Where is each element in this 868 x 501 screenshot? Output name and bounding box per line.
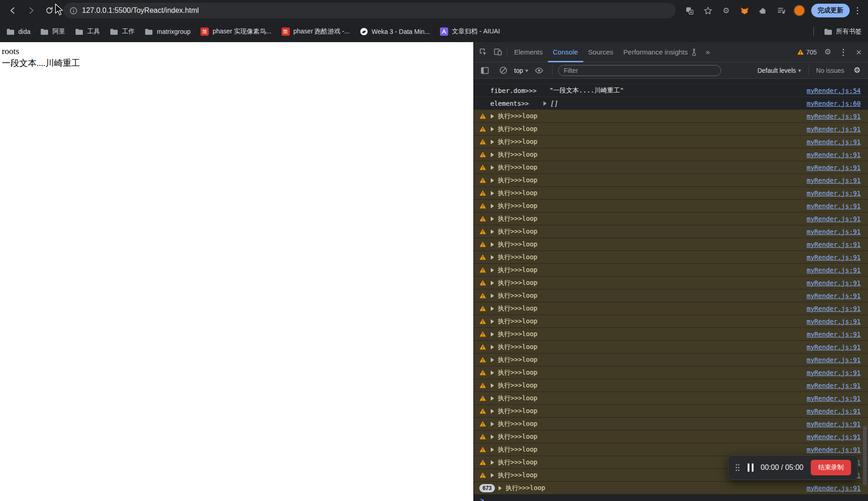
console-scrollbar-thumb[interactable] — [863, 426, 867, 485]
expand-caret-icon[interactable] — [491, 396, 494, 401]
console-output[interactable]: fiber.dom>>> "一段文本....川崎重工" myRender.js:… — [474, 79, 868, 501]
source-link[interactable]: myRender.js:91 — [801, 292, 861, 300]
console-warning-row[interactable]: 执行>>>loopmyRender.js:91 — [474, 366, 868, 379]
console-warning-row[interactable]: 执行>>>loopmyRender.js:91 — [474, 328, 868, 341]
source-link[interactable]: myRender.js:91 — [801, 305, 861, 312]
source-link[interactable]: myRender.js:91 — [801, 369, 861, 376]
source-link[interactable]: myRender.js:91 — [801, 356, 861, 364]
bookmark-folder-ali[interactable]: 阿里 — [40, 27, 65, 36]
expand-caret-icon[interactable] — [491, 178, 494, 183]
extension-gear-icon[interactable] — [718, 2, 734, 19]
inspect-element-icon[interactable] — [476, 45, 490, 60]
source-link[interactable]: myRender.js:91 — [801, 228, 861, 235]
source-link[interactable]: myRender.js:91 — [801, 433, 861, 441]
bookmark-aiuai[interactable]: 文章归档 - AIUAI — [440, 27, 500, 36]
source-link[interactable]: myRender.js:91 — [801, 125, 861, 133]
expand-caret-icon[interactable] — [491, 447, 494, 452]
site-info-icon[interactable] — [70, 7, 77, 15]
expand-caret-icon[interactable] — [491, 358, 494, 362]
media-controls-icon[interactable] — [773, 2, 789, 19]
bookmark-folder-tools[interactable]: 工具 — [75, 27, 100, 36]
source-link[interactable]: myRender.js:91 — [801, 408, 861, 415]
console-warning-row[interactable]: 执行>>>loopmyRender.js:91 — [474, 225, 868, 238]
device-toolbar-icon[interactable] — [490, 45, 505, 60]
source-link[interactable]: myRender.js:91 — [801, 113, 861, 120]
source-link[interactable]: myRender.js:91 — [801, 241, 861, 248]
console-warning-row[interactable]: 执行>>>loopmyRender.js:91 — [474, 161, 868, 174]
page-viewport[interactable]: roots 一段文本....川崎重工 — [0, 42, 473, 501]
console-sidebar-icon[interactable] — [477, 63, 492, 78]
expand-caret-icon[interactable] — [491, 127, 494, 131]
all-bookmarks-button[interactable]: 所有书签 — [824, 27, 862, 36]
source-link[interactable]: myRender.js:91 — [801, 395, 861, 402]
expand-caret-icon[interactable] — [499, 486, 502, 490]
console-warning-row[interactable]: 执行>>>loopmyRender.js:91 — [474, 238, 868, 251]
issues-status[interactable]: No issues — [816, 67, 844, 74]
bookmark-star-icon[interactable] — [700, 2, 716, 19]
bookmark-folder-dida[interactable]: dida — [6, 27, 30, 36]
source-link[interactable]: myRender.js:91 — [801, 485, 861, 492]
expand-caret-icon[interactable] — [491, 460, 494, 465]
source-link[interactable]: myRender.js:54 — [801, 87, 861, 94]
source-link[interactable]: myRender.js:91 — [801, 138, 861, 146]
expand-caret-icon[interactable] — [543, 101, 547, 106]
expand-caret-icon[interactable] — [491, 242, 494, 247]
source-link[interactable]: myRender.js:91 — [801, 331, 861, 338]
console-warning-row[interactable]: 执行>>>loopmyRender.js:91 — [474, 405, 868, 418]
console-prompt-row[interactable] — [474, 495, 868, 501]
source-link[interactable]: myRender.js:91 — [801, 420, 861, 428]
console-warning-row[interactable]: 执行>>>loopmyRender.js:91 — [474, 418, 868, 430]
context-selector[interactable]: top — [514, 67, 528, 74]
more-tabs-chevron-icon[interactable] — [702, 48, 714, 56]
console-warning-row[interactable]: 执行>>>loopmyRender.js:91 — [474, 136, 868, 148]
console-log-row[interactable]: elements>> [] myRender.js:60 — [474, 97, 868, 110]
tab-elements[interactable]: Elements — [509, 42, 548, 62]
console-warning-grouped-row[interactable]: 673 执行>>>loop myRender.js:91 — [474, 482, 868, 495]
console-warning-row[interactable]: 执行>>>loopmyRender.js:91 — [474, 123, 868, 136]
console-warning-row[interactable]: 执行>>>loopmyRender.js:91 — [474, 430, 868, 443]
source-link[interactable]: myRender.js:91 — [801, 177, 861, 184]
console-warning-row[interactable]: 执行>>>loopmyRender.js:91 — [474, 174, 868, 187]
extensions-puzzle-icon[interactable] — [754, 2, 771, 19]
source-link[interactable]: myRender.js:91 — [801, 215, 861, 223]
bookmark-weka[interactable]: Weka 3 - Data Min... — [360, 27, 430, 36]
console-warning-row[interactable]: 执行>>>loopmyRender.js:91 — [474, 392, 868, 405]
stop-recording-button[interactable]: 结束录制 — [811, 460, 851, 475]
expand-caret-icon[interactable] — [491, 370, 494, 375]
bookmark-folder-matrixgroup[interactable]: matrixgroup — [145, 27, 190, 36]
console-warning-row[interactable]: 执行>>>loopmyRender.js:91 — [474, 148, 868, 161]
expand-caret-icon[interactable] — [491, 306, 494, 311]
live-expression-eye-icon[interactable] — [532, 63, 547, 78]
tab-sources[interactable]: Sources — [583, 42, 618, 62]
console-warning-row[interactable]: 执行>>>loopmyRender.js:91 — [474, 277, 868, 289]
expand-caret-icon[interactable] — [491, 281, 494, 285]
expand-caret-icon[interactable] — [491, 473, 494, 478]
console-warning-row[interactable]: 执行>>>loopmyRender.js:91 — [474, 379, 868, 392]
expand-caret-icon[interactable] — [491, 409, 494, 414]
expand-caret-icon[interactable] — [491, 114, 494, 119]
url-bar[interactable]: 127.0.0.1:5500/ToyReact/index.html — [63, 3, 676, 18]
bookmark-folder-work[interactable]: 工作 — [110, 27, 135, 36]
translate-icon[interactable] — [681, 2, 698, 19]
devtools-close-icon[interactable] — [852, 45, 866, 60]
source-link[interactable]: myRender.js:91 — [801, 343, 861, 351]
console-warning-row[interactable]: 执行>>>loopmyRender.js:91 — [474, 302, 868, 315]
log-levels-dropdown[interactable]: Default levels — [757, 67, 801, 74]
browser-menu-kebab-icon[interactable] — [852, 5, 863, 16]
console-log-row[interactable]: fiber.dom>>> "一段文本....川崎重工" myRender.js:… — [474, 84, 868, 97]
console-warning-row[interactable]: 执行>>>loopmyRender.js:91 — [474, 187, 868, 200]
console-warning-row[interactable]: 执行>>>loopmyRender.js:91 — [474, 315, 868, 328]
expand-caret-icon[interactable] — [491, 140, 494, 144]
source-link[interactable]: myRender.js:91 — [801, 446, 861, 453]
expand-caret-icon[interactable] — [491, 422, 494, 426]
warnings-counter[interactable]: 705 — [794, 49, 819, 56]
clear-console-icon[interactable] — [496, 63, 510, 78]
console-warning-row[interactable]: 执行>>>loopmyRender.js:91 — [474, 264, 868, 277]
source-link[interactable]: myRender.js:91 — [801, 318, 861, 325]
expand-caret-icon[interactable] — [491, 255, 494, 260]
metamask-icon[interactable] — [736, 2, 753, 19]
reload-button[interactable] — [41, 2, 58, 19]
recording-control-overlay[interactable]: 00:00 / 05:00 结束录制 — [728, 455, 858, 480]
source-link[interactable]: myRender.js:91 — [801, 279, 861, 287]
expand-caret-icon[interactable] — [491, 345, 494, 349]
